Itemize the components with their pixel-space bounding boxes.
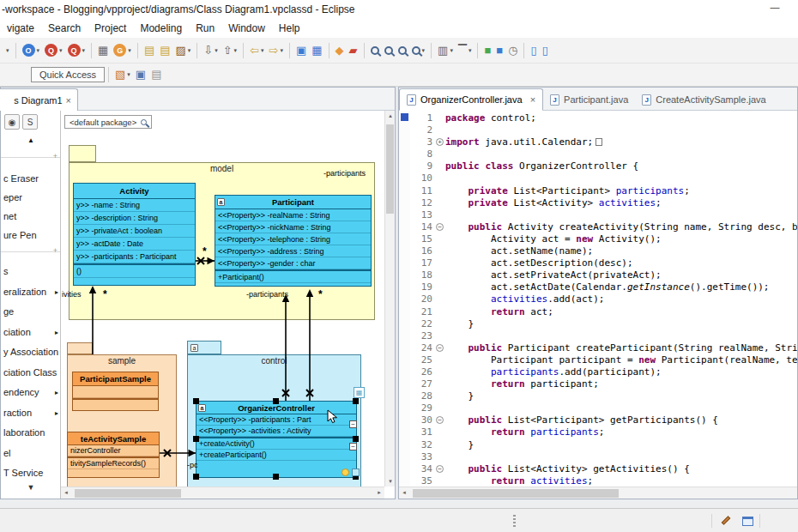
debug-icon[interactable]: O▾ <box>21 41 42 60</box>
close-tab-icon[interactable]: × <box>530 94 535 105</box>
menu-item-modeling[interactable]: Modeling <box>133 21 189 36</box>
doc-r-icon[interactable]: ▯ <box>529 41 538 60</box>
palette-item-ciation[interactable]: ciation▸ <box>1 324 61 341</box>
statusbar-grip[interactable] <box>513 515 516 527</box>
scroll-up-icon[interactable]: ▴ <box>385 111 396 121</box>
menu-item-help[interactable]: Help <box>272 21 307 36</box>
menu-item-project[interactable]: Project <box>88 21 133 36</box>
open-diagram-icon[interactable]: ▤ <box>158 41 172 60</box>
scroll-right-icon[interactable]: ▸ <box>374 487 384 498</box>
save-all-icon[interactable]: ▤ <box>149 65 163 84</box>
horizontal-scrollbar-thumb[interactable] <box>75 489 181 498</box>
quick-access-button[interactable]: Quick Access <box>31 67 105 82</box>
fold-collapse-icon[interactable]: − <box>436 344 444 352</box>
fold-expand-icon[interactable]: + <box>436 138 444 146</box>
open-model-icon[interactable]: ▤ <box>142 41 156 60</box>
doc-c-icon[interactable]: ▯ <box>541 41 550 60</box>
subdiagram-icon[interactable]: ▦ <box>354 387 365 398</box>
run-external-icon[interactable]: Q▾ <box>66 41 88 60</box>
canvas-horizontal-scrollbar[interactable]: ◂ ▸ <box>61 487 384 499</box>
collapse-compartment-icon[interactable]: − <box>349 420 357 428</box>
class-participant-sample[interactable]: ParticipantSample <box>72 372 159 411</box>
palette-blue-icon[interactable]: ■ <box>494 41 505 60</box>
forward-icon[interactable]: ⇨▾ <box>268 41 285 60</box>
pull-up-icon[interactable]: ⇧▾ <box>221 41 239 60</box>
new-diagram-icon[interactable]: ▧▾ <box>113 65 132 84</box>
class-activity[interactable]: Activityy>> -name : Stringy>> -descripti… <box>73 183 196 286</box>
selection-handle[interactable] <box>353 436 359 442</box>
class-participant[interactable]: aParticipant<<Property>> -realName : Str… <box>215 195 372 287</box>
selection-handle[interactable] <box>193 436 199 442</box>
layer-icon[interactable]: ▥▾ <box>436 41 455 60</box>
align-icon[interactable]: ▔▾ <box>456 41 474 60</box>
zoom-level-icon[interactable]: ▾ <box>410 41 427 60</box>
horizontal-scrollbar-thumb[interactable] <box>413 489 619 498</box>
menu-item-run[interactable]: Run <box>189 21 221 36</box>
console-icon[interactable] <box>742 517 753 526</box>
class-create-activity-sample[interactable]: teActivitySamplenizerControllertivitySam… <box>67 432 160 478</box>
palette-item-urepen[interactable]: ure Pen <box>1 227 61 244</box>
palette-more-icon[interactable]: ▼ <box>1 483 61 492</box>
selection-handle[interactable] <box>193 398 199 404</box>
editor-tab-createactivitysample-java[interactable]: JCreateActivitySample.java <box>635 88 772 111</box>
sweeper-tool-button[interactable]: S <box>22 114 38 130</box>
palette-resize-handle[interactable]: + <box>53 152 57 160</box>
editor-tab-organizercontroller-java[interactable]: JOrganizerController.java× <box>399 88 543 111</box>
selection-handle[interactable] <box>193 474 199 480</box>
pull-down-icon[interactable]: ⇩▾ <box>202 41 219 60</box>
minimize-button[interactable]: — <box>762 2 788 12</box>
code-area[interactable]: package control;import java.util.Calenda… <box>445 112 797 487</box>
new-class-icon[interactable]: G▾ <box>112 41 133 60</box>
run-icon[interactable]: Q▾ <box>43 41 64 60</box>
zoom-out-icon[interactable] <box>383 41 395 60</box>
recent-icon[interactable]: ◷ <box>506 41 519 60</box>
pencil-icon[interactable]: ▰ <box>348 41 360 60</box>
zoom-in-icon[interactable] <box>369 41 381 60</box>
vertical-scrollbar-thumb[interactable] <box>386 124 394 214</box>
tab-class-diagram1[interactable]: s Diagram1 × <box>0 88 78 111</box>
palette-item-eper[interactable]: eper <box>1 190 61 206</box>
fold-collapse-icon[interactable]: − <box>436 223 444 231</box>
palette-item-raction[interactable]: raction▸ <box>1 405 61 421</box>
palette-item-ciationclass[interactable]: ciation Class <box>1 365 61 381</box>
save-icon[interactable]: ▣ <box>134 65 148 84</box>
palette-resize-handle[interactable]: + <box>53 246 57 255</box>
selection-handle[interactable] <box>273 398 279 404</box>
back-icon[interactable]: ⇦▾ <box>248 41 265 60</box>
palette-item-yassociation[interactable]: y Association <box>1 344 61 360</box>
shape-icon[interactable]: ◆ <box>334 41 346 60</box>
menu-item-search[interactable]: Search <box>41 21 88 36</box>
palette-collapse-icon[interactable]: ▲ <box>1 136 61 144</box>
palette-item-endency[interactable]: endency▸ <box>1 384 61 401</box>
java-editor[interactable]: 1238910111213141516171819202122232425262… <box>399 111 797 487</box>
palette-item-s[interactable]: s <box>1 263 61 280</box>
new-java-project-icon[interactable]: ▦ <box>96 41 110 60</box>
editor-tab-participant-java[interactable]: JParticipant.java <box>543 88 635 111</box>
fold-collapse-icon[interactable]: − <box>436 416 444 424</box>
grid-icon[interactable]: ▦ <box>310 41 323 60</box>
zoom-reset-icon[interactable] <box>396 41 408 60</box>
editor-horizontal-scrollbar[interactable]: ◂ <box>399 487 797 499</box>
menu-item-vigate[interactable]: vigate <box>0 21 41 36</box>
palette-item-ge[interactable]: ge <box>1 304 61 320</box>
canvas-vertical-scrollbar[interactable]: ▴ ▾ <box>384 111 395 487</box>
format-icon[interactable]: ▨▾ <box>173 41 192 60</box>
fold-collapse-icon[interactable]: − <box>436 465 444 473</box>
selection-handle[interactable] <box>353 398 359 404</box>
palette-item-el[interactable]: el <box>1 445 61 462</box>
palette-item-net[interactable]: net <box>1 209 61 225</box>
palette-item-eralization[interactable]: eralization▸ <box>1 284 61 300</box>
palette-item-laboration[interactable]: laboration <box>1 425 61 441</box>
scroll-down-icon[interactable]: ▾ <box>385 476 396 487</box>
selection-handle[interactable] <box>273 474 279 480</box>
package-breadcrumb[interactable]: <default package> <box>64 115 152 129</box>
diagram-canvas[interactable]: <default package> modelsampleacontrolAct… <box>61 111 384 487</box>
scroll-left-icon[interactable]: ◂ <box>61 487 71 498</box>
close-tab-icon[interactable]: × <box>66 95 71 106</box>
collapse-compartment-icon[interactable]: − <box>349 443 357 450</box>
pan-tool-button[interactable]: ◉ <box>4 114 20 130</box>
palette-item-tservice[interactable]: T Service <box>1 465 61 481</box>
workspace-caret-icon[interactable]: ▾ <box>3 41 11 60</box>
menu-item-window[interactable]: Window <box>221 21 272 36</box>
scroll-left-icon[interactable]: ◂ <box>399 487 409 498</box>
